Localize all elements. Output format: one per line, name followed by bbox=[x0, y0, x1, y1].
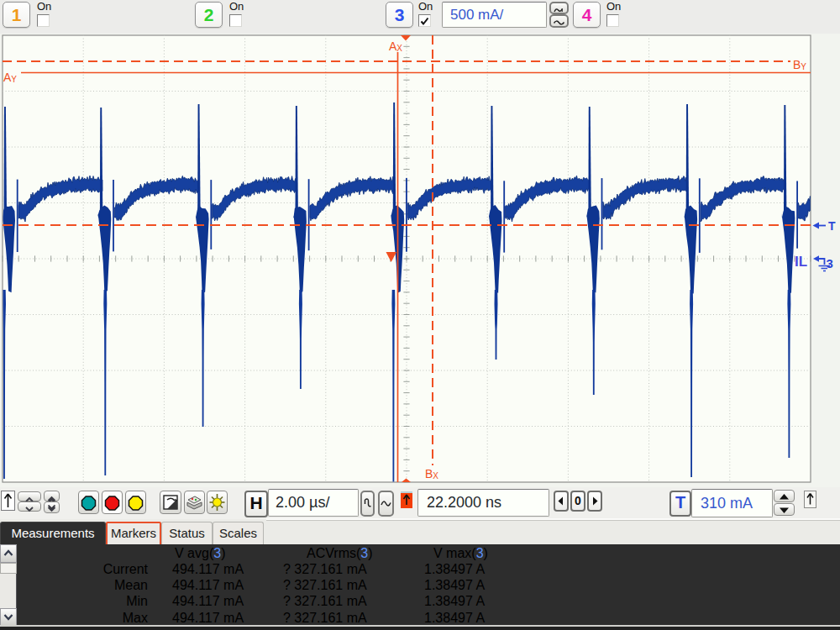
svg-text:T: T bbox=[828, 219, 836, 233]
svg-text:IL: IL bbox=[795, 254, 807, 270]
svg-text:3: 3 bbox=[827, 256, 833, 270]
